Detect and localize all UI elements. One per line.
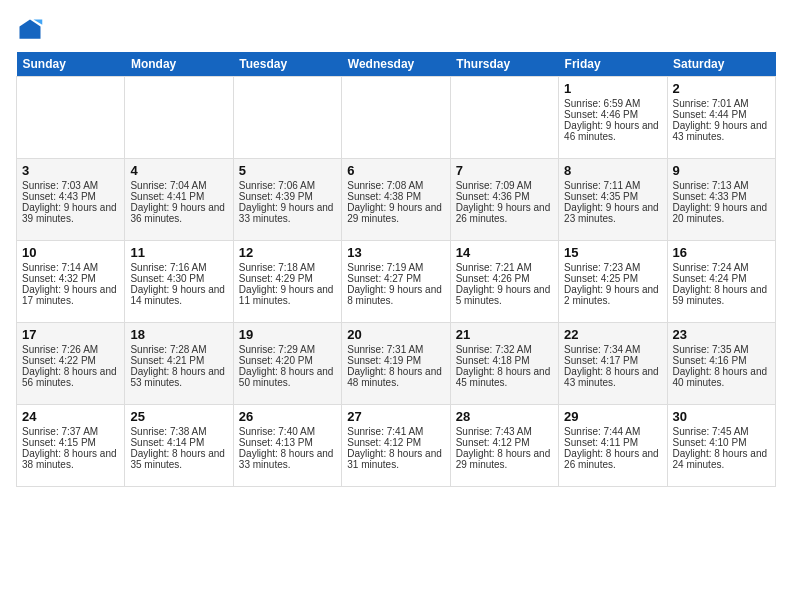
day-info: Sunrise: 7:41 AM — [347, 426, 444, 437]
header-cell-monday: Monday — [125, 52, 233, 77]
calendar-header-row: SundayMondayTuesdayWednesdayThursdayFrid… — [17, 52, 776, 77]
logo — [16, 16, 48, 44]
day-info: Sunset: 4:22 PM — [22, 355, 119, 366]
calendar-cell: 25Sunrise: 7:38 AMSunset: 4:14 PMDayligh… — [125, 405, 233, 487]
day-number: 23 — [673, 327, 770, 342]
day-info: Daylight: 8 hours and 31 minutes. — [347, 448, 444, 470]
day-info: Sunset: 4:15 PM — [22, 437, 119, 448]
day-number: 30 — [673, 409, 770, 424]
logo-icon — [16, 16, 44, 44]
calendar-cell: 29Sunrise: 7:44 AMSunset: 4:11 PMDayligh… — [559, 405, 667, 487]
day-info: Daylight: 8 hours and 40 minutes. — [673, 366, 770, 388]
calendar-week-row: 24Sunrise: 7:37 AMSunset: 4:15 PMDayligh… — [17, 405, 776, 487]
day-number: 15 — [564, 245, 661, 260]
day-info: Sunset: 4:27 PM — [347, 273, 444, 284]
day-info: Daylight: 8 hours and 29 minutes. — [456, 448, 553, 470]
calendar-cell: 16Sunrise: 7:24 AMSunset: 4:24 PMDayligh… — [667, 241, 775, 323]
day-info: Daylight: 9 hours and 20 minutes. — [673, 202, 770, 224]
day-info: Sunset: 4:29 PM — [239, 273, 336, 284]
day-info: Sunset: 4:43 PM — [22, 191, 119, 202]
day-info: Daylight: 9 hours and 39 minutes. — [22, 202, 119, 224]
day-info: Daylight: 9 hours and 11 minutes. — [239, 284, 336, 306]
calendar-cell: 4Sunrise: 7:04 AMSunset: 4:41 PMDaylight… — [125, 159, 233, 241]
day-number: 20 — [347, 327, 444, 342]
day-info: Sunset: 4:26 PM — [456, 273, 553, 284]
day-info: Sunset: 4:33 PM — [673, 191, 770, 202]
day-info: Daylight: 8 hours and 33 minutes. — [239, 448, 336, 470]
calendar-cell: 7Sunrise: 7:09 AMSunset: 4:36 PMDaylight… — [450, 159, 558, 241]
day-info: Sunrise: 7:24 AM — [673, 262, 770, 273]
day-info: Sunset: 4:30 PM — [130, 273, 227, 284]
day-info: Sunset: 4:17 PM — [564, 355, 661, 366]
day-number: 1 — [564, 81, 661, 96]
day-info: Sunset: 4:25 PM — [564, 273, 661, 284]
day-info: Sunrise: 7:04 AM — [130, 180, 227, 191]
day-number: 25 — [130, 409, 227, 424]
calendar-cell: 2Sunrise: 7:01 AMSunset: 4:44 PMDaylight… — [667, 77, 775, 159]
calendar-cell: 10Sunrise: 7:14 AMSunset: 4:32 PMDayligh… — [17, 241, 125, 323]
day-info: Daylight: 8 hours and 53 minutes. — [130, 366, 227, 388]
day-info: Daylight: 9 hours and 23 minutes. — [564, 202, 661, 224]
day-info: Daylight: 8 hours and 45 minutes. — [456, 366, 553, 388]
day-info: Sunset: 4:39 PM — [239, 191, 336, 202]
day-number: 16 — [673, 245, 770, 260]
calendar-week-row: 3Sunrise: 7:03 AMSunset: 4:43 PMDaylight… — [17, 159, 776, 241]
day-info: Daylight: 9 hours and 26 minutes. — [456, 202, 553, 224]
day-info: Daylight: 9 hours and 17 minutes. — [22, 284, 119, 306]
day-number: 19 — [239, 327, 336, 342]
calendar-cell: 15Sunrise: 7:23 AMSunset: 4:25 PMDayligh… — [559, 241, 667, 323]
day-info: Sunrise: 7:43 AM — [456, 426, 553, 437]
day-number: 13 — [347, 245, 444, 260]
header-cell-friday: Friday — [559, 52, 667, 77]
day-number: 9 — [673, 163, 770, 178]
day-number: 21 — [456, 327, 553, 342]
day-number: 5 — [239, 163, 336, 178]
day-info: Daylight: 8 hours and 48 minutes. — [347, 366, 444, 388]
day-info: Sunset: 4:24 PM — [673, 273, 770, 284]
day-info: Daylight: 9 hours and 29 minutes. — [347, 202, 444, 224]
day-info: Sunset: 4:13 PM — [239, 437, 336, 448]
day-info: Daylight: 8 hours and 56 minutes. — [22, 366, 119, 388]
day-info: Sunset: 4:41 PM — [130, 191, 227, 202]
day-info: Daylight: 8 hours and 38 minutes. — [22, 448, 119, 470]
calendar-cell — [125, 77, 233, 159]
day-info: Sunset: 4:32 PM — [22, 273, 119, 284]
day-number: 27 — [347, 409, 444, 424]
header-cell-tuesday: Tuesday — [233, 52, 341, 77]
day-info: Daylight: 9 hours and 14 minutes. — [130, 284, 227, 306]
day-number: 8 — [564, 163, 661, 178]
calendar-cell: 6Sunrise: 7:08 AMSunset: 4:38 PMDaylight… — [342, 159, 450, 241]
day-number: 28 — [456, 409, 553, 424]
header-cell-thursday: Thursday — [450, 52, 558, 77]
day-info: Sunrise: 7:11 AM — [564, 180, 661, 191]
day-info: Sunrise: 7:31 AM — [347, 344, 444, 355]
day-info: Sunset: 4:12 PM — [347, 437, 444, 448]
day-info: Daylight: 9 hours and 46 minutes. — [564, 120, 661, 142]
calendar-cell: 28Sunrise: 7:43 AMSunset: 4:12 PMDayligh… — [450, 405, 558, 487]
day-info: Sunrise: 7:34 AM — [564, 344, 661, 355]
day-info: Sunrise: 7:45 AM — [673, 426, 770, 437]
day-number: 14 — [456, 245, 553, 260]
calendar-cell: 17Sunrise: 7:26 AMSunset: 4:22 PMDayligh… — [17, 323, 125, 405]
calendar-cell: 19Sunrise: 7:29 AMSunset: 4:20 PMDayligh… — [233, 323, 341, 405]
day-info: Sunrise: 7:21 AM — [456, 262, 553, 273]
calendar-week-row: 17Sunrise: 7:26 AMSunset: 4:22 PMDayligh… — [17, 323, 776, 405]
calendar-week-row: 1Sunrise: 6:59 AMSunset: 4:46 PMDaylight… — [17, 77, 776, 159]
day-info: Sunrise: 7:32 AM — [456, 344, 553, 355]
day-info: Daylight: 8 hours and 26 minutes. — [564, 448, 661, 470]
day-info: Sunrise: 7:16 AM — [130, 262, 227, 273]
calendar-cell: 23Sunrise: 7:35 AMSunset: 4:16 PMDayligh… — [667, 323, 775, 405]
day-info: Sunrise: 7:01 AM — [673, 98, 770, 109]
day-info: Sunrise: 7:28 AM — [130, 344, 227, 355]
calendar-cell — [17, 77, 125, 159]
day-info: Sunrise: 7:03 AM — [22, 180, 119, 191]
day-info: Sunrise: 7:35 AM — [673, 344, 770, 355]
day-number: 26 — [239, 409, 336, 424]
calendar-cell: 14Sunrise: 7:21 AMSunset: 4:26 PMDayligh… — [450, 241, 558, 323]
day-number: 6 — [347, 163, 444, 178]
day-info: Sunrise: 7:26 AM — [22, 344, 119, 355]
day-info: Daylight: 9 hours and 8 minutes. — [347, 284, 444, 306]
header-cell-saturday: Saturday — [667, 52, 775, 77]
day-number: 10 — [22, 245, 119, 260]
day-info: Sunrise: 7:40 AM — [239, 426, 336, 437]
